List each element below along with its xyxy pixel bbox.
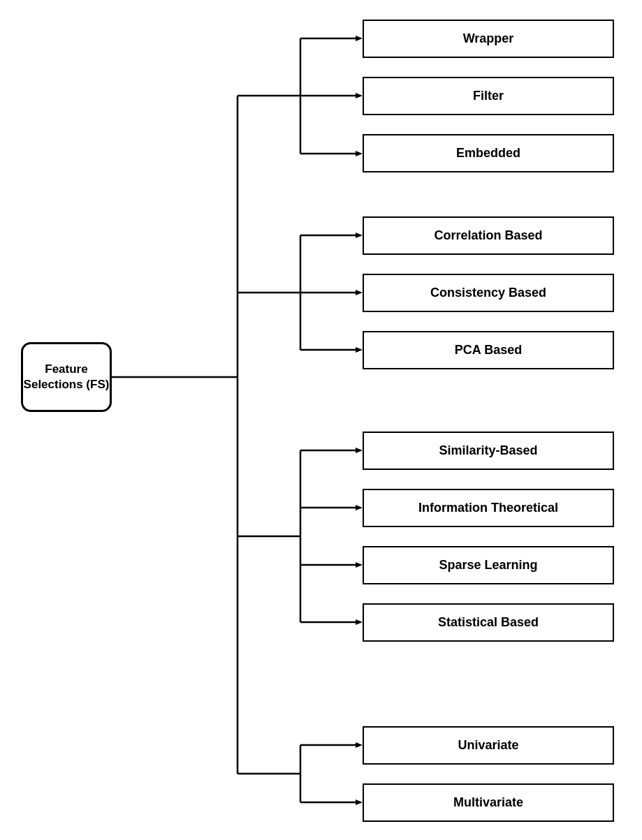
svg-marker-25 [356,562,363,568]
svg-marker-27 [356,619,363,625]
svg-marker-33 [356,800,363,805]
svg-marker-23 [356,505,363,510]
svg-marker-9 [356,151,363,156]
connector-lines [0,0,642,840]
svg-marker-5 [356,36,363,41]
svg-marker-17 [356,347,363,353]
filter-node: Filter [363,77,614,115]
correlation-node: Correlation Based [363,216,614,255]
svg-marker-21 [356,448,363,453]
pca-node: PCA Based [363,331,614,369]
consistency-node: Consistency Based [363,274,614,312]
svg-marker-7 [356,93,363,98]
svg-marker-15 [356,290,363,295]
embedded-node: Embedded [363,134,614,172]
svg-marker-31 [356,742,363,748]
multivariate-node: Multivariate [363,783,614,822]
univariate-node: Univariate [363,726,614,765]
statistical-node: Statistical Based [363,603,614,642]
information-node: Information Theoretical [363,489,614,527]
similarity-node: Similarity-Based [363,432,614,470]
root-node: Feature Selections (FS) [21,342,112,412]
diagram: Feature Selections (FS) [0,0,642,840]
svg-marker-13 [356,233,363,238]
wrapper-node: Wrapper [363,20,614,58]
sparse-node: Sparse Learning [363,546,614,584]
